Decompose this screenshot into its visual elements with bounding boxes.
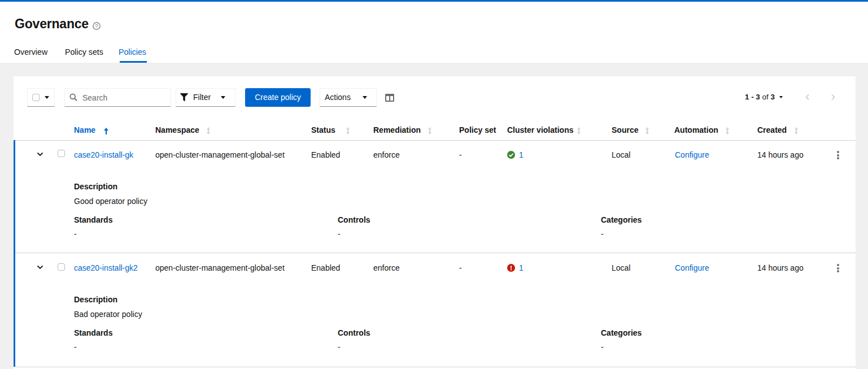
svg-text:?: ? (95, 23, 98, 29)
